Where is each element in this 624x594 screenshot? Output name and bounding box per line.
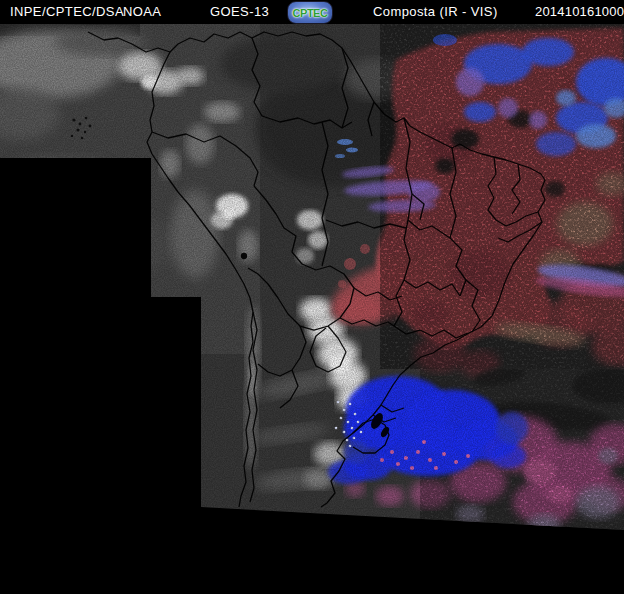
timestamp-label: 201410161000: [535, 0, 624, 24]
agency-label: INPE/CPTEC/DSA: [10, 0, 124, 24]
noise-overlay: [0, 24, 624, 594]
header-bar: INPE/CPTEC/DSA NOAA GOES-13 CPTEC Compos…: [0, 0, 624, 24]
satellite-name-label: GOES-13: [210, 0, 269, 24]
cptec-logo-text: CPTEC: [293, 7, 328, 19]
satellite-composite-image: [0, 24, 624, 594]
product-label: Composta (IR - VIS): [373, 0, 498, 24]
noaa-label: NOAA: [123, 0, 161, 24]
satellite-product-page: INPE/CPTEC/DSA NOAA GOES-13 CPTEC Compos…: [0, 0, 624, 594]
cptec-logo: CPTEC: [287, 1, 333, 24]
